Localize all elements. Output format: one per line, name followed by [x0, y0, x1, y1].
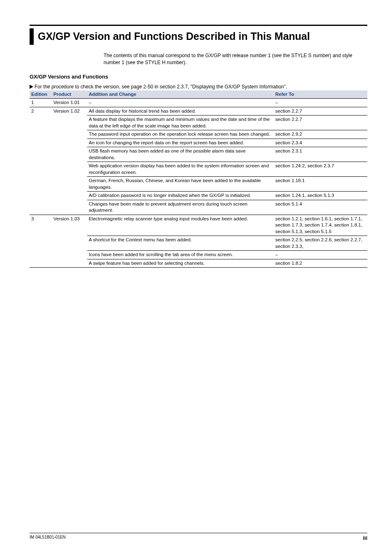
cell-edition [30, 200, 52, 215]
page-title: GX/GP Version and Functions Described in… [38, 28, 310, 45]
table-row: A shortcut for the Context menu has been… [30, 236, 367, 251]
col-addition: Addition and Change [87, 90, 274, 99]
cell-product [52, 130, 87, 139]
cell-addition: A swipe feature has been added for selec… [87, 259, 274, 268]
table-row: 1Version 1.01–– [30, 99, 367, 107]
page-footer: IM 04L51B01-01EN iii [30, 533, 367, 541]
intro-paragraph: The contents of this manual correspond t… [104, 52, 367, 66]
table-row: USB flash memory has been added as one o… [30, 147, 367, 162]
col-product: Product [52, 90, 87, 99]
cell-product: Version 1.02 [52, 107, 87, 116]
cell-edition [30, 162, 52, 177]
cell-product [52, 251, 87, 259]
table-row: 2Version 1.02All data display for histor… [30, 107, 367, 116]
cell-product [52, 162, 87, 177]
cell-edition: 3 [30, 215, 52, 236]
cell-addition: The password input operation on the oper… [87, 130, 274, 139]
cell-refer: section 2.3.4 [274, 139, 367, 147]
cell-edition [30, 192, 52, 200]
table-row: A swipe feature has been added for selec… [30, 259, 367, 268]
cell-refer: section 1.2.1, section 1.6.1, section 1.… [274, 215, 367, 236]
cell-product [52, 200, 87, 215]
cell-refer: section 2.9.2 [274, 130, 367, 139]
cell-refer: – [274, 251, 367, 259]
footer-doc-id: IM 04L51B01-01EN [30, 535, 66, 541]
table-row: The password input operation on the oper… [30, 130, 367, 139]
section-heading: GX/GP Versions and Functions [30, 74, 367, 80]
revision-table: Edition Product Addition and Change Refe… [30, 90, 367, 268]
cell-edition: 2 [30, 107, 52, 116]
cell-addition: – [87, 99, 274, 107]
cell-product: Version 1.03 [52, 215, 87, 236]
cell-addition: A shortcut for the Context menu has been… [87, 236, 274, 251]
play-icon [30, 85, 33, 89]
cell-edition: 1 [30, 99, 52, 107]
cell-edition [30, 251, 52, 259]
cell-product [52, 236, 87, 251]
cell-product [52, 259, 87, 268]
cell-edition [30, 139, 52, 147]
cell-edition [30, 147, 52, 162]
cell-refer: section 2.2.5, section 2.2.6, section 2.… [274, 236, 367, 251]
table-row: An icon for changing the report data on … [30, 139, 367, 147]
col-edition: Edition [30, 90, 52, 99]
cell-product [52, 116, 87, 130]
cell-refer: section 2.2.7 [274, 116, 367, 130]
cell-addition: Changes have been made to prevent adjust… [87, 200, 274, 215]
procedure-note-text: For the procedure to check the version, … [35, 84, 287, 90]
cell-refer: section 2.2.7 [274, 107, 367, 116]
cell-edition [30, 116, 52, 130]
cell-addition: An icon for changing the report data on … [87, 139, 274, 147]
cell-addition: USB flash memory has been added as one o… [87, 147, 274, 162]
cell-addition: German, French, Russian, Chinese, and Ko… [87, 177, 274, 192]
cell-refer: section 1.24.1, section 5.1.3 [274, 192, 367, 200]
cell-addition: Web application version display has been… [87, 162, 274, 177]
col-refer: Refer To [274, 90, 367, 99]
title-block: GX/GP Version and Functions Described in… [30, 25, 367, 45]
cell-addition: A feature that displays the maximum and … [87, 116, 274, 130]
cell-addition: All data display for historical trend ha… [87, 107, 274, 116]
cell-product: Version 1.01 [52, 99, 87, 107]
cell-refer: section 1.24.2, section 2.3.7 [274, 162, 367, 177]
cell-edition [30, 177, 52, 192]
cell-edition [30, 130, 52, 139]
table-row: Icons have been added for scrolling the … [30, 251, 367, 259]
cell-product [52, 177, 87, 192]
cell-addition: Icons have been added for scrolling the … [87, 251, 274, 259]
table-row: A/D calibration password is no longer in… [30, 192, 367, 200]
procedure-note: For the procedure to check the version, … [30, 84, 367, 90]
table-row: A feature that displays the maximum and … [30, 116, 367, 130]
cell-product [52, 147, 87, 162]
cell-edition [30, 236, 52, 251]
table-row: Web application version display has been… [30, 162, 367, 177]
cell-refer: section 1.18.1 [274, 177, 367, 192]
table-row: German, French, Russian, Chinese, and Ko… [30, 177, 367, 192]
cell-addition: Electromagnetic relay scanner type analo… [87, 215, 274, 236]
cell-refer: – [274, 99, 367, 107]
cell-refer: section 1.8.2 [274, 259, 367, 268]
footer-page-number: iii [363, 535, 367, 541]
cell-refer: section 5.1.4 [274, 200, 367, 215]
cell-addition: A/D calibration password is no longer in… [87, 192, 274, 200]
cell-product [52, 192, 87, 200]
cell-refer: section 2.3.1 [274, 147, 367, 162]
table-row: 3Version 1.03Electromagnetic relay scann… [30, 215, 367, 236]
title-bar [30, 28, 34, 45]
cell-edition [30, 259, 52, 268]
table-header-row: Edition Product Addition and Change Refe… [30, 90, 367, 99]
table-row: Changes have been made to prevent adjust… [30, 200, 367, 215]
cell-product [52, 139, 87, 147]
